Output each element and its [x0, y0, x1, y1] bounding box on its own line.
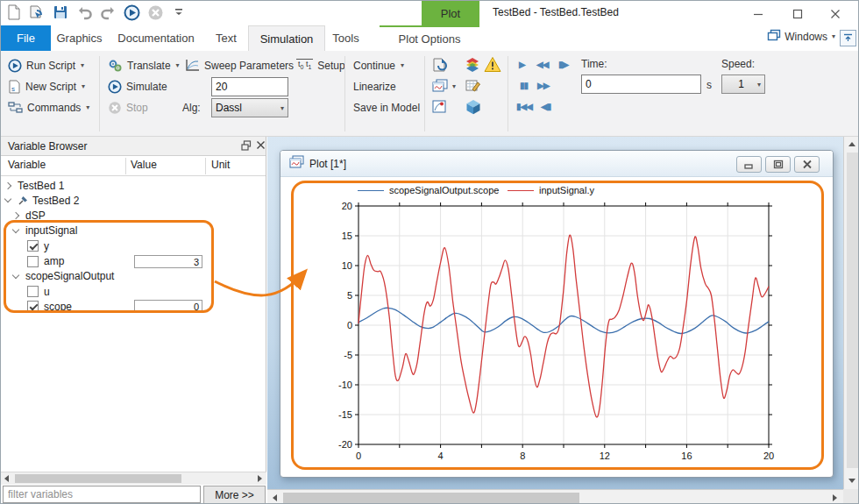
chevron-right-icon[interactable] — [12, 212, 19, 219]
more-button[interactable]: More >> — [203, 486, 266, 504]
continue-button[interactable]: Continue▾ — [353, 56, 404, 75]
linearize-button[interactable]: Linearize — [353, 77, 396, 96]
tab-simulation[interactable]: Simulation — [248, 25, 325, 51]
translate-button[interactable]: Translate▾ — [108, 56, 180, 75]
minimize-window-icon[interactable] — [746, 6, 770, 22]
to-beginning-icon[interactable]: ▮◀◀ — [516, 102, 532, 111]
title-bar: Plot TestBed - TestBed.TestBed — [1, 1, 859, 25]
mdi-hscrollbar[interactable] — [267, 489, 843, 504]
chevron-down-icon: ▾ — [452, 82, 456, 90]
speed-combo[interactable]: 1▾ — [721, 75, 765, 94]
new-script-button[interactable]: s New Script▾ — [8, 77, 85, 96]
highlight-box — [4, 220, 214, 313]
translate-icon — [108, 59, 123, 73]
time-unit-label: s — [706, 75, 712, 94]
scroll-left-icon[interactable] — [4, 475, 9, 482]
svg-text:-5: -5 — [344, 350, 352, 360]
warning-icon — [484, 56, 501, 73]
svg-text:8: 8 — [520, 451, 525, 461]
save-icon[interactable] — [52, 4, 69, 21]
algorithm-combo[interactable]: Dassl▾ — [211, 98, 288, 117]
parameter-plot-button[interactable] — [465, 78, 481, 97]
time-input[interactable] — [581, 75, 701, 94]
pause-icon[interactable]: ▮▮ — [520, 81, 528, 90]
windows-menu[interactable]: Windows ▾ — [767, 29, 835, 44]
hscroll-thumb[interactable] — [283, 493, 579, 503]
stop-time-input[interactable] — [211, 77, 288, 96]
plot-window-icon — [289, 155, 304, 172]
new-plot-button[interactable]: ▾ — [431, 78, 456, 94]
column-variable[interactable]: Variable — [8, 159, 46, 171]
simulate-icon[interactable] — [123, 4, 140, 21]
stop-icon — [146, 4, 164, 21]
scroll-down-icon[interactable] — [848, 479, 855, 483]
simulation-center-icon — [431, 57, 448, 74]
svg-text:16: 16 — [681, 451, 692, 461]
setup-button[interactable]: t0 t1 Setup — [296, 56, 345, 75]
parameter-edit-icon — [465, 78, 481, 94]
warnings-button[interactable] — [484, 56, 501, 76]
tab-plot-options[interactable]: Plot Options — [380, 25, 479, 51]
play-icon[interactable]: ▶ — [519, 60, 525, 69]
stop-ribbon-icon — [108, 101, 122, 115]
step-back-icon[interactable]: ◀▮ — [541, 102, 550, 111]
close-panel-icon[interactable] — [256, 140, 266, 153]
simulation-center-button[interactable] — [431, 57, 448, 77]
maximize-window-icon[interactable] — [785, 6, 810, 22]
plot-window-titlebar[interactable]: Plot [1*] — [280, 151, 833, 177]
chevron-right-icon[interactable] — [4, 181, 11, 188]
tree-row-TestBed 2[interactable]: TestBed 2 — [1, 193, 266, 208]
rewind-icon[interactable]: ◀◀ — [536, 60, 548, 69]
fast-forward-icon[interactable]: ▶▶ — [537, 81, 549, 90]
plot-window[interactable]: Plot [1*] scopeSignalOutput.scope inputS… — [280, 150, 834, 478]
customize-toolbar-icon[interactable] — [170, 4, 188, 21]
column-unit[interactable]: Unit — [211, 159, 230, 171]
mdi-vscrollbar[interactable] — [843, 137, 859, 489]
contextual-tab-plot[interactable]: Plot — [422, 1, 479, 25]
undo-icon[interactable] — [75, 4, 93, 21]
filter-variables-input[interactable] — [3, 486, 201, 503]
simulate-button[interactable]: Simulate — [108, 77, 167, 96]
tab-tools[interactable]: Tools — [325, 25, 366, 51]
new-script-icon: s — [8, 80, 21, 94]
animate-3d-button[interactable] — [465, 98, 482, 119]
variable-browser-title: Variable Browser — [8, 140, 87, 153]
undock-panel-icon[interactable] — [241, 140, 252, 153]
hscroll-thumb[interactable] — [15, 474, 181, 483]
redo-icon[interactable] — [99, 4, 117, 21]
filter-row: More >> — [1, 485, 266, 504]
open-model-icon[interactable] — [28, 4, 46, 21]
scroll-up-icon[interactable] — [848, 142, 855, 146]
svg-text:5: 5 — [347, 290, 352, 301]
chevron-down-icon: ▾ — [832, 32, 835, 40]
chevron-down-icon[interactable] — [4, 195, 11, 202]
scroll-left-icon[interactable] — [273, 494, 277, 501]
svg-text:0: 0 — [356, 451, 361, 461]
tree-row-TestBed 1[interactable]: TestBed 1 — [1, 178, 266, 193]
tab-graphics[interactable]: Graphics — [51, 25, 108, 51]
commands-button[interactable]: Commands▾ — [8, 98, 89, 117]
tree-label: TestBed 1 — [18, 180, 64, 192]
column-value[interactable]: Value — [131, 159, 157, 171]
sensitivity-plot-button[interactable] — [431, 99, 448, 118]
variable-browser-columns: Variable Value Unit — [1, 156, 266, 176]
save-in-model-button[interactable]: Save in Model — [353, 98, 420, 117]
tab-documentation[interactable]: Documentation — [108, 25, 204, 51]
restore-plot-icon[interactable] — [765, 156, 791, 173]
sensitivity-plot-icon — [431, 99, 448, 115]
close-window-icon[interactable] — [823, 6, 848, 22]
run-script-button[interactable]: Run Script▾ — [8, 56, 84, 75]
scroll-right-icon[interactable] — [833, 494, 837, 501]
minimize-ribbon-icon[interactable] — [840, 30, 856, 46]
close-plot-icon[interactable] — [794, 156, 820, 173]
sweep-parameters-button[interactable]: Sweep Parameters — [185, 56, 294, 75]
model-center-button[interactable] — [464, 56, 481, 77]
tab-file[interactable]: File — [1, 25, 51, 51]
tab-text[interactable]: Text — [204, 25, 248, 51]
new-document-icon[interactable] — [4, 4, 22, 21]
variable-browser-hscrollbar[interactable] — [1, 472, 266, 485]
vscroll-thumb[interactable] — [847, 153, 858, 468]
step-forward-icon[interactable]: ▮▶ — [558, 60, 568, 69]
minimize-plot-icon[interactable] — [736, 156, 762, 173]
scroll-right-icon[interactable] — [258, 475, 262, 482]
